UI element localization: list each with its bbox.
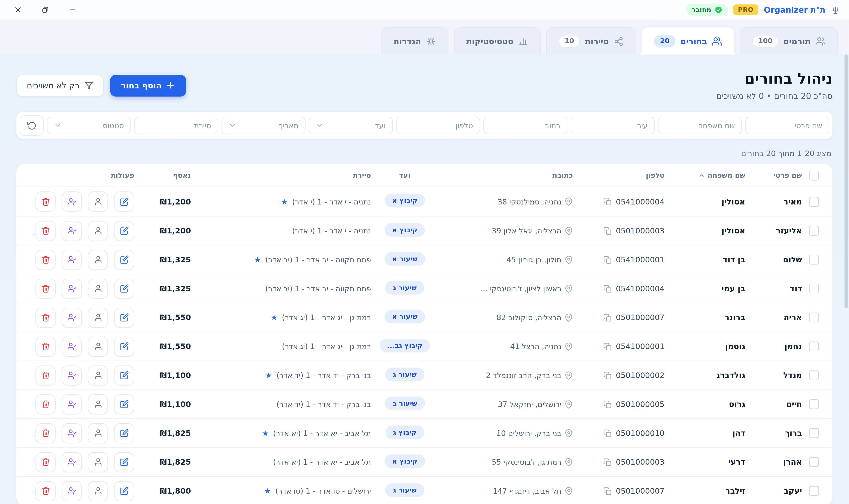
header-collected: נאסף	[134, 171, 191, 180]
tab-donors[interactable]: תורמים 100	[740, 27, 838, 54]
assign-user-button[interactable]	[62, 192, 82, 212]
edit-button[interactable]	[114, 481, 134, 501]
reset-filters-button[interactable]	[20, 115, 44, 136]
minimize-button[interactable]	[67, 4, 78, 16]
chevron-down-icon	[316, 122, 324, 129]
row-checkbox[interactable]	[809, 428, 819, 438]
check-circle-icon	[715, 6, 722, 14]
delete-button[interactable]	[35, 250, 55, 270]
profile-button[interactable]	[88, 250, 108, 270]
edit-button[interactable]	[114, 452, 134, 472]
copy-phone-icon[interactable]	[603, 285, 612, 293]
edit-button[interactable]	[114, 250, 134, 270]
tab-sayarot[interactable]: סיירות 10	[546, 27, 636, 54]
assign-user-button[interactable]	[62, 365, 82, 385]
edit-button[interactable]	[114, 192, 134, 212]
row-checkbox[interactable]	[809, 284, 819, 293]
assign-user-button[interactable]	[62, 336, 82, 356]
edit-button[interactable]	[114, 221, 134, 241]
assign-user-button[interactable]	[62, 221, 82, 241]
copy-phone-icon[interactable]	[603, 371, 612, 379]
delete-button[interactable]	[35, 278, 55, 299]
row-checkbox[interactable]	[809, 226, 819, 236]
profile-button[interactable]	[88, 221, 108, 241]
delete-button[interactable]	[35, 452, 55, 472]
delete-button[interactable]	[35, 423, 55, 443]
filter-sayeret-input[interactable]	[134, 117, 218, 134]
tab-settings[interactable]: הגדרות	[381, 27, 448, 54]
header-last-name[interactable]: שם משפחה	[664, 171, 745, 180]
copy-phone-icon[interactable]	[603, 255, 612, 264]
select-all-checkbox[interactable]	[809, 170, 819, 180]
filter-last-name-input[interactable]	[658, 117, 742, 134]
row-checkbox[interactable]	[809, 457, 819, 467]
profile-button[interactable]	[88, 192, 108, 212]
row-checkbox[interactable]	[809, 371, 819, 380]
vaad-badge: קיבוץ א	[384, 223, 425, 236]
profile-button[interactable]	[88, 307, 108, 328]
assign-user-button[interactable]	[62, 250, 82, 270]
row-checkbox[interactable]	[809, 312, 819, 322]
sayeret-cell: נתניה - י אדר - 1 (י אדר)	[191, 226, 371, 235]
row-checkbox[interactable]	[809, 399, 819, 409]
copy-phone-icon[interactable]	[603, 313, 612, 322]
assign-user-button[interactable]	[62, 394, 82, 414]
row-checkbox[interactable]	[809, 197, 819, 206]
user-check-icon	[68, 197, 76, 206]
profile-button[interactable]	[88, 278, 108, 299]
trash-icon	[41, 255, 50, 264]
edit-button[interactable]	[114, 307, 134, 328]
delete-button[interactable]	[35, 481, 55, 501]
tab-bachurim[interactable]: בחורים 20	[642, 27, 734, 54]
filter-city-input[interactable]	[571, 117, 655, 134]
copy-phone-icon[interactable]	[603, 400, 612, 408]
filter-date-select[interactable]: תאריך	[221, 117, 306, 134]
add-bachur-button[interactable]: הוסף בחור	[110, 74, 186, 96]
profile-button[interactable]	[88, 336, 108, 356]
filter-vaad-select[interactable]: ועד	[309, 117, 393, 134]
assign-user-button[interactable]	[62, 423, 82, 443]
assign-user-button[interactable]	[62, 278, 82, 299]
assign-user-button[interactable]	[62, 307, 82, 328]
profile-button[interactable]	[88, 394, 108, 414]
delete-button[interactable]	[35, 336, 55, 356]
copy-phone-icon[interactable]	[603, 342, 612, 350]
copy-phone-icon[interactable]	[603, 197, 612, 205]
tab-statistics[interactable]: סטטיסטיקות	[454, 27, 541, 54]
filter-phone-input[interactable]	[396, 117, 480, 134]
maximize-button[interactable]	[39, 4, 51, 16]
profile-button[interactable]	[88, 452, 108, 472]
delete-button[interactable]	[35, 394, 55, 414]
delete-button[interactable]	[35, 221, 55, 241]
copy-phone-icon[interactable]	[603, 458, 612, 466]
edit-button[interactable]	[114, 336, 134, 356]
assign-user-button[interactable]	[62, 481, 82, 501]
profile-button[interactable]	[88, 481, 108, 501]
filter-status-select[interactable]: סטטוס	[47, 117, 131, 134]
unassigned-only-button[interactable]: רק לא משויכים	[16, 74, 104, 96]
edit-button[interactable]	[114, 365, 134, 385]
copy-phone-icon[interactable]	[603, 227, 612, 235]
delete-button[interactable]	[35, 365, 55, 385]
vaad-badge: שיעור א	[384, 309, 425, 323]
filter-street-input[interactable]	[483, 117, 567, 134]
phone-cell: 0541000004	[573, 197, 665, 206]
row-checkbox[interactable]	[809, 342, 819, 351]
row-checkbox[interactable]	[809, 486, 819, 496]
profile-button[interactable]	[88, 365, 108, 385]
delete-button[interactable]	[35, 307, 55, 328]
copy-phone-icon[interactable]	[603, 487, 612, 495]
vertical-scrollbar[interactable]	[845, 55, 848, 308]
star-icon: ★	[264, 487, 271, 495]
edit-button[interactable]	[114, 278, 134, 299]
delete-button[interactable]	[35, 192, 55, 212]
filter-first-name-input[interactable]	[745, 117, 829, 134]
edit-button[interactable]	[114, 423, 134, 443]
copy-phone-icon[interactable]	[603, 429, 612, 437]
close-button[interactable]	[12, 4, 24, 16]
trash-icon	[41, 342, 50, 350]
assign-user-button[interactable]	[62, 452, 82, 472]
profile-button[interactable]	[88, 423, 108, 443]
edit-button[interactable]	[114, 394, 134, 414]
row-checkbox[interactable]	[809, 255, 819, 264]
